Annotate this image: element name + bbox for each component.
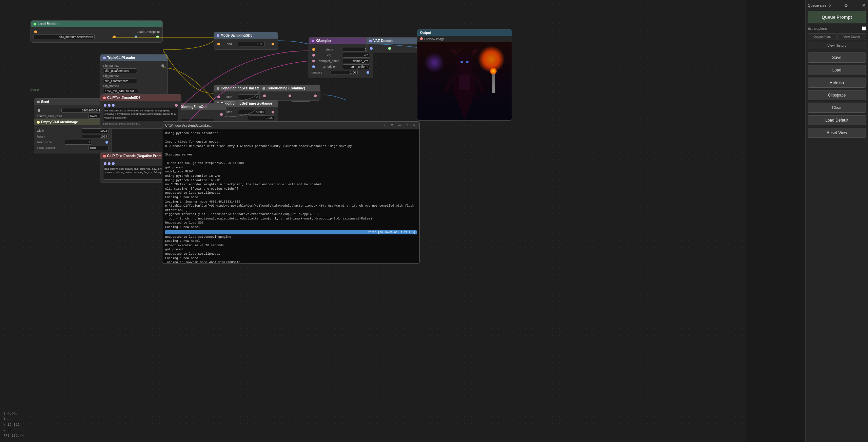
terminal-line-17: D:\Stable_Diffusion\ComfyUI_windows_port… <box>165 204 417 212</box>
svg-point-2 <box>466 61 469 63</box>
neg-clip-in2 <box>108 162 111 165</box>
node-vae-decode-title: VAE Decode <box>373 39 393 43</box>
extra-options-checkbox[interactable] <box>862 26 866 30</box>
node-cond2-title: Conditioning (Combine) <box>267 86 305 90</box>
cond2-out <box>314 94 317 97</box>
settings-icon[interactable]: ⚙ <box>844 3 848 8</box>
extra-options-label: Extra options <box>808 27 827 30</box>
empty-sd3-out <box>105 141 108 144</box>
terminal-line-15: Loading 1 new model <box>165 195 417 200</box>
triple-clip-label-2: clip_name3 <box>103 84 119 88</box>
node-triple-clip: TripleCLIPLoader clip_name1 clip_g.safet… <box>100 54 168 97</box>
queue-front-tab[interactable]: Queue Front <box>808 33 836 40</box>
node-dot <box>369 40 372 42</box>
queue-tab-row: Queue Front View Queue <box>808 33 866 40</box>
output-panel-title: Output <box>420 31 431 35</box>
node-clip-text-pos-header: CLIPTextEncodeSD3 <box>100 94 181 101</box>
empty-sd3-row-1: height 1024 <box>37 134 109 139</box>
terminal-minimize-btn[interactable]: — <box>397 123 402 128</box>
node-dot <box>262 87 265 90</box>
empty-sd3-extra-select[interactable]: none <box>88 146 109 150</box>
node-triple-clip-header: TripleCLIPLoader <box>100 55 167 61</box>
terminal-title: C:\Windows\system32\cmd.e... <box>165 124 379 127</box>
terminal-new-tab-btn[interactable]: + <box>382 123 387 128</box>
terminal-line-10: Using pytorch attention in VAE <box>165 174 417 178</box>
terminal-window[interactable]: C:\Windows\system32\cmd.e... + ⚙ — □ ✕ U… <box>162 121 420 264</box>
checkpoint-label: Load Checkpoint <box>137 30 160 34</box>
ksampler-row-0: steps 28 <box>312 47 370 52</box>
neg-clip-in3 <box>112 162 115 165</box>
view-history-button[interactable]: View History <box>808 42 866 49</box>
load-button[interactable]: Load <box>808 65 866 75</box>
terminal-line-25: got prompt <box>165 248 417 252</box>
torch-handle <box>492 73 495 93</box>
terminal-line-12: no CLIP/text encoder weights in checkpoi… <box>165 183 417 187</box>
clear-button[interactable]: Clear <box>808 103 866 113</box>
node-dot <box>34 23 36 25</box>
extra-options-row: Extra options <box>808 26 866 30</box>
refresh-button[interactable]: Refresh <box>808 78 866 88</box>
right-panel-header: Queue size: 0 ⚙ ✕ <box>808 3 866 8</box>
status-v: V 33 <box>3 428 24 433</box>
clip-text-pos-content[interactable]: the background is dominated by deep red … <box>103 108 178 121</box>
checkpoint-value[interactable]: sd3_medium.safetensors <box>34 35 95 39</box>
reset-view-button[interactable]: Reset View <box>808 128 866 138</box>
terminal-line-8: got prompt <box>165 166 417 170</box>
ksampler-sampler-value[interactable]: dpmpp_2m <box>343 59 370 63</box>
terminal-line-21: Loading 1 new model <box>165 225 417 230</box>
empty-sd3-width[interactable]: 1024 <box>82 128 109 133</box>
terminal-maximize-btn[interactable]: □ <box>405 123 409 128</box>
terminal-line-13: clip missing: ['text_projection.weight'] <box>165 187 417 191</box>
vae-in-vae <box>388 47 391 50</box>
triple-clip-select-2[interactable]: t5xxl_fp8_e4m3fn.saf... <box>103 89 138 93</box>
node-model-sampling: ModelSamplingSD3 end 1.00 <box>214 32 278 50</box>
neg-clip-in <box>104 162 106 165</box>
empty-sd3-height[interactable]: 1024 <box>82 134 109 139</box>
node-cond2-body <box>260 91 320 100</box>
node-seed-title: Seed <box>41 100 49 104</box>
cond1-in <box>217 96 220 98</box>
terminal-line-9: model_type FLOW <box>165 170 417 174</box>
ksampler-denoise-value[interactable]: 1.00 <box>331 70 358 75</box>
terminal-line-18: riggered internally at ..\aten\src\ATen\… <box>165 212 417 217</box>
view-queue-tab[interactable]: View Queue <box>837 33 866 40</box>
node-cond2-header: Conditioning (Combine) <box>260 85 320 91</box>
checkpoint-connector <box>34 30 37 33</box>
node-clip-text-neg-title: CLIP Text Encode (Negative Prompt) <box>107 154 166 158</box>
node-dot <box>103 97 106 99</box>
svg-point-1 <box>460 61 463 63</box>
node-triple-clip-body: clip_name1 clip_g.safetensors clip_name2… <box>100 61 167 97</box>
queue-size-label: Queue size: 0 <box>808 3 831 7</box>
terminal-line-11: Using pytorch attention in VAE <box>165 178 417 183</box>
terminal-close-btn[interactable]: ✕ <box>412 123 417 128</box>
triple-clip-select-1[interactable]: clip_l.safetensors <box>103 79 137 83</box>
status-n: N 15 [15] <box>3 422 24 428</box>
ksampler-cfg-value[interactable]: 4.5 <box>343 53 370 58</box>
queue-prompt-button[interactable]: Queue Prompt <box>808 11 866 23</box>
ksampler-in-model <box>312 48 315 51</box>
ksampler-sampler-label: sampler_name <box>319 59 339 63</box>
node-load-models-header: Load Models <box>31 21 162 27</box>
terminal-settings-btn[interactable]: ⚙ <box>390 123 394 128</box>
svg-point-0 <box>456 52 473 73</box>
ksampler-sched-value[interactable]: sgm_uniform <box>343 64 370 69</box>
empty-sd3-batch[interactable]: 1 <box>65 140 92 145</box>
empty-sd3-row-2: batch_size 1 <box>37 140 109 145</box>
ksampler-steps-value[interactable]: 28 <box>343 47 370 52</box>
save-button[interactable]: Save <box>808 52 866 63</box>
triple-clip-val-1: clip_l.safetensors <box>103 79 165 83</box>
triple-clip-select-0[interactable]: clip_g.safetensors <box>103 68 137 73</box>
empty-sd3-row-0: width 1024 <box>37 128 109 133</box>
ksampler-out <box>367 71 369 74</box>
cond3-start-value[interactable]: 0.000 <box>238 110 265 114</box>
terminal-progress-text-1: 28/28 [00:16<00:00, 1.71it/s] <box>368 230 415 234</box>
status-t: T 0.00s <box>3 412 24 417</box>
close-panel-icon[interactable]: ✕ <box>862 3 866 8</box>
node-dot <box>103 155 106 157</box>
clipspace-button[interactable]: Clipspace <box>808 90 866 100</box>
clip-in <box>104 104 106 107</box>
load-default-button[interactable]: Load Default <box>808 115 866 125</box>
cond3-end-value[interactable]: 0.100 <box>248 115 275 120</box>
model-sampling-end-value[interactable]: 1.00 <box>238 42 265 46</box>
cond-zero-out <box>220 113 223 116</box>
